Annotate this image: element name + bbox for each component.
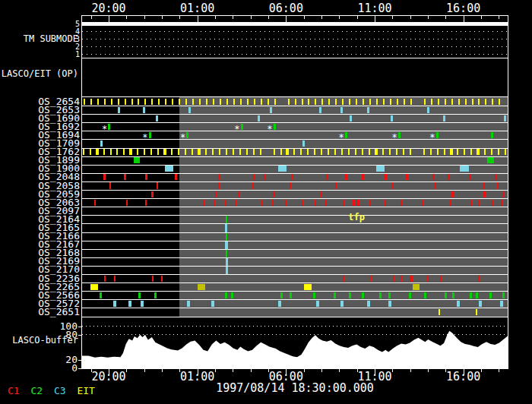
event-tick [342,99,344,105]
event-tick [500,301,503,307]
event-tick [302,99,303,105]
event-tick [423,149,425,155]
event-tick [440,276,442,282]
event-tick [96,149,99,155]
event-tick [356,99,357,105]
event-tick [205,149,207,155]
event-tick [218,182,220,188]
top-axis-label: 16:00 [446,2,480,15]
event-tick [145,174,147,180]
event-tick [100,140,103,147]
event-tick [293,149,295,155]
event-tick [349,292,351,298]
event-tick [90,149,91,155]
event-tick [278,166,287,172]
event-tick [438,99,439,105]
schedule-plot: 20:0020:0001:0001:0006:0006:0011:0011:00… [0,0,532,404]
event-tick [422,200,423,206]
event-tick [476,309,477,315]
event-tick [172,99,173,105]
star-marker: * [429,132,435,143]
event-tick [163,149,166,155]
event-tick [483,182,485,188]
event-tick [186,132,188,138]
event-tick [258,115,260,122]
event-tick [391,115,393,122]
event-tick [231,292,233,298]
event-tick [355,149,356,155]
event-tick [151,99,153,105]
lasco-eit-planning-screen: 20:0020:0001:0001:0006:0006:0011:0011:00… [0,0,532,404]
event-tick [445,292,447,298]
event-tick [114,276,116,282]
event-tick [108,124,110,130]
event-tick [350,115,352,122]
event-tick [369,200,371,206]
event-tick [388,301,391,307]
event-tick [472,99,473,105]
event-tick [118,99,119,105]
event-tick [370,276,372,282]
event-tick [128,301,131,307]
event-tick [192,99,194,105]
event-tick [241,124,243,130]
event-tick [226,99,228,105]
star-marker: * [102,124,107,134]
event-tick [430,149,432,155]
event-tick [290,182,291,188]
event-tick [150,149,152,155]
event-tick [179,99,180,105]
event-tick [452,292,454,298]
event-tick [335,99,337,105]
event-tick [239,149,241,155]
event-tick [431,99,432,105]
event-tick [211,301,214,307]
top-axis-label: 20:00 [91,2,125,15]
event-tick [376,99,378,105]
event-tick [401,276,402,282]
buffer-y-label: 0 [71,362,78,374]
event-tick [356,200,359,206]
event-tick [410,276,413,282]
event-tick [392,182,394,188]
event-tick [445,99,446,105]
event-tick [367,301,370,307]
event-tick [261,99,262,105]
event-tick [226,149,227,155]
event-tick [145,200,147,206]
event-tick [157,182,158,188]
event-tick [264,174,266,180]
event-tick [161,276,163,282]
event-tick [278,301,281,307]
event-tick [504,115,506,122]
event-tick [225,224,227,232]
event-tick [382,149,384,155]
event-tick [465,99,467,105]
event-tick [450,149,453,155]
event-tick [225,241,228,249]
event-tick [476,292,478,298]
op-panel-label: LASCO/EIT (OP) [0,68,78,79]
event-tick [492,200,493,206]
event-tick [470,200,472,206]
event-tick [483,191,486,197]
event-tick [396,149,397,155]
event-tick [316,301,319,307]
event-tick [247,99,249,105]
tm-submode-active-bar [82,22,508,26]
event-tick [141,301,144,307]
event-tick [401,200,402,206]
event-tick [138,292,141,298]
event-tick [103,149,105,155]
event-tick [274,149,275,155]
tm-level-label: 1 [75,50,80,58]
event-tick [178,149,179,155]
event-tick [501,200,502,206]
event-tick [363,99,364,105]
event-tick [212,149,214,155]
top-axis-label: 01:00 [180,2,214,15]
event-tick [185,149,186,155]
event-tick [187,301,190,307]
event-tick [302,140,305,147]
event-tick [104,99,106,105]
